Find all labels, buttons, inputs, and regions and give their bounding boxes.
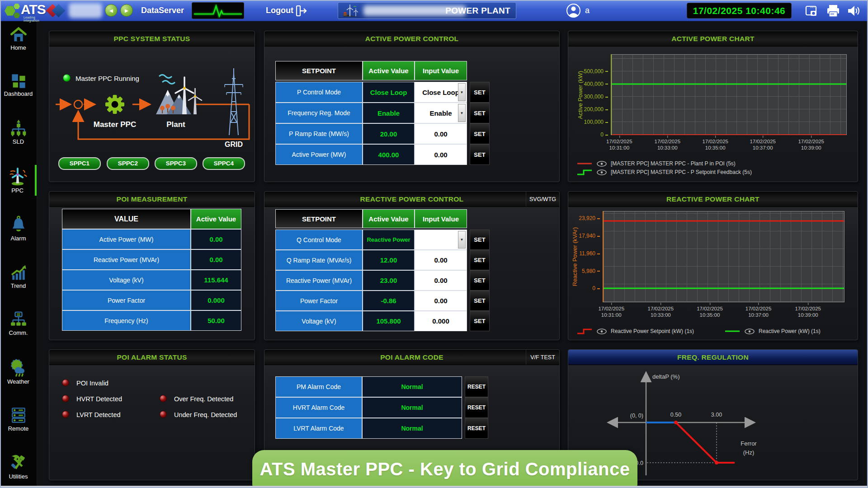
sppc4-button[interactable]: SPPC4 xyxy=(203,157,245,170)
power-factor-input[interactable]: 0.00 xyxy=(415,291,467,311)
panel-reactive-power-control: REACTIVE POWER CONTROL SVG/WTG SETPOINT … xyxy=(264,191,560,340)
sppc3-button[interactable]: SPPC3 xyxy=(155,157,197,170)
sidebar-item-weather[interactable]: Weather xyxy=(0,356,37,387)
row-label: Q Control Mode xyxy=(275,230,363,250)
sidebar-item-ppc[interactable]: PPC xyxy=(0,165,37,196)
visibility-eye-icon[interactable] xyxy=(596,169,607,175)
set-button[interactable]: SET xyxy=(470,82,490,103)
set-button[interactable]: SET xyxy=(470,291,490,311)
sld-hierarchy-icon xyxy=(9,119,28,137)
plant-graphic-icon xyxy=(156,75,202,115)
measurement-value: 50.00 xyxy=(191,310,241,331)
visibility-eye-icon[interactable] xyxy=(596,161,607,167)
sidebar-item-alarm[interactable]: Alarm xyxy=(0,214,37,244)
set-button[interactable]: SET xyxy=(470,230,490,250)
chevron-down-icon[interactable]: ▼ xyxy=(458,104,466,122)
remote-servers-icon xyxy=(9,407,28,424)
row-label: Frequency Reg. Mode xyxy=(275,103,363,123)
panel-title: POI ALARM STATUS xyxy=(49,350,255,365)
series-line-plant-p xyxy=(612,134,846,135)
legend-entry: [MASTER PPC] MASTER PPC - Plant P in POI… xyxy=(576,160,736,167)
panel-title: FREQ. REGULATION xyxy=(568,350,858,365)
print-icon[interactable] xyxy=(826,4,841,18)
svg-wtg-button[interactable]: SVG/WTG xyxy=(526,192,559,206)
legend-entry: Reactive Power Setpoint (kW) (1s) xyxy=(576,328,694,334)
poi-invalid-led xyxy=(62,379,69,386)
row-label: Power Factor xyxy=(62,290,191,310)
q-control-mode-select[interactable]: ▼ xyxy=(415,230,467,250)
x-axis-label: (Hz) xyxy=(743,449,755,456)
sppc1-button[interactable]: SPPC1 xyxy=(58,157,101,170)
p-control-mode-select[interactable]: Close Loop▼ xyxy=(415,82,467,103)
measurement-value: 0.000 xyxy=(191,290,241,310)
set-button[interactable]: SET xyxy=(470,103,490,123)
ppc-flow-diagram: Master PPC Plant GRID xyxy=(49,47,255,159)
p-ramp-rate-input[interactable]: 0.00 xyxy=(415,123,467,144)
set-button[interactable]: SET xyxy=(470,311,490,331)
set-button[interactable]: SET xyxy=(470,144,490,165)
heartbeat-indicator xyxy=(192,2,244,19)
active-power-input[interactable]: 0.00 xyxy=(415,144,467,165)
speaker-icon[interactable] xyxy=(846,4,862,18)
chevron-down-icon[interactable]: ▼ xyxy=(458,231,466,249)
sidebar-item-comm[interactable]: Comm. xyxy=(0,309,37,338)
rpc-table: SETPOINT Active Value Input Value Q Cont… xyxy=(275,209,490,331)
sidebar: Home Dashboard SLD xyxy=(0,21,37,488)
chevron-down-icon[interactable]: ▼ xyxy=(458,83,466,101)
sidebar-item-trend[interactable]: Trend xyxy=(0,262,37,291)
sidebar-item-sld[interactable]: SLD xyxy=(0,117,37,147)
summing-junction xyxy=(74,100,82,108)
sidebar-item-home[interactable]: Home xyxy=(0,25,37,53)
column-header: Input Value xyxy=(415,209,467,228)
screenshot-icon[interactable] xyxy=(804,4,819,18)
alarm-label: POI Invalid xyxy=(76,380,108,387)
visibility-eye-icon[interactable] xyxy=(596,328,607,334)
panel-poi-measurement: POI MEASUREMENT VALUE Active Value Activ… xyxy=(49,191,255,340)
user-avatar-icon[interactable] xyxy=(566,3,581,18)
x-axis-label: Ferror xyxy=(741,440,757,447)
set-button[interactable]: SET xyxy=(470,250,490,270)
panel-title: REACTIVE POWER CONTROL xyxy=(264,192,559,207)
partner-logo xyxy=(47,3,64,18)
reset-button[interactable]: RESET xyxy=(465,376,488,397)
nav-back-button[interactable]: ◄ xyxy=(105,4,118,17)
y-axis-label: Active Power (kW) xyxy=(576,54,584,135)
panel-reactive-power-chart: REACTIVE POWER CHART Reactive Power (kVA… xyxy=(568,191,858,340)
sidebar-item-remote[interactable]: Remote xyxy=(0,405,37,434)
alarm-label: Over Freq. Detected xyxy=(174,395,233,403)
reactive-power-input[interactable]: 0.00 xyxy=(415,270,467,291)
column-header: SETPOINT xyxy=(275,209,363,228)
alarm-code-value: Normal xyxy=(362,397,462,418)
panel-poi-alarm-status: POI ALARM STATUS POI Invalid HVRT Detect… xyxy=(49,349,255,480)
apc-table: SETPOINT Active Value Input Value P Cont… xyxy=(275,61,490,165)
over-freq-led xyxy=(160,395,167,402)
logout-label[interactable]: Logout xyxy=(266,0,293,21)
vf-test-button[interactable]: V/F TEST xyxy=(526,350,559,365)
sidebar-item-dashboard[interactable]: Dashboard xyxy=(0,71,37,99)
row-label: Reactive Power (MVAr) xyxy=(62,249,191,270)
active-value: -0.86 xyxy=(363,291,415,311)
measurement-value: 115.644 xyxy=(191,270,241,290)
brand-text: ATS xyxy=(21,2,46,17)
set-button[interactable]: SET xyxy=(470,270,490,291)
freq-reg-mode-select[interactable]: Enable▼ xyxy=(415,103,467,123)
plant-title-box: POWER PLANT xyxy=(338,2,516,19)
q-ramp-rate-input[interactable]: 0.00 xyxy=(415,250,467,270)
set-button[interactable]: SET xyxy=(470,123,490,144)
window-bottom-edge xyxy=(0,486,868,488)
voltage-input[interactable]: 0.000 xyxy=(415,311,467,331)
wind-plant-icon xyxy=(342,4,361,18)
comm-network-icon xyxy=(9,311,28,328)
reset-button[interactable]: RESET xyxy=(465,418,488,439)
logout-icon[interactable] xyxy=(295,4,308,18)
sidebar-item-utilities[interactable]: Utilities xyxy=(0,452,37,482)
visibility-eye-icon[interactable] xyxy=(744,328,755,334)
active-value: 12.00 xyxy=(363,250,415,270)
sppc2-button[interactable]: SPPC2 xyxy=(107,157,149,170)
ats-hexagon-logo-icon xyxy=(3,1,22,20)
chart-plot-area: 0 5,980 11,960 17,940 23,920 xyxy=(603,211,844,302)
origin-label: (0, 0) xyxy=(630,413,643,419)
reset-button[interactable]: RESET xyxy=(465,397,488,418)
nav-forward-button[interactable]: ► xyxy=(120,4,133,17)
dataserver-label[interactable]: DataServer xyxy=(141,0,184,21)
